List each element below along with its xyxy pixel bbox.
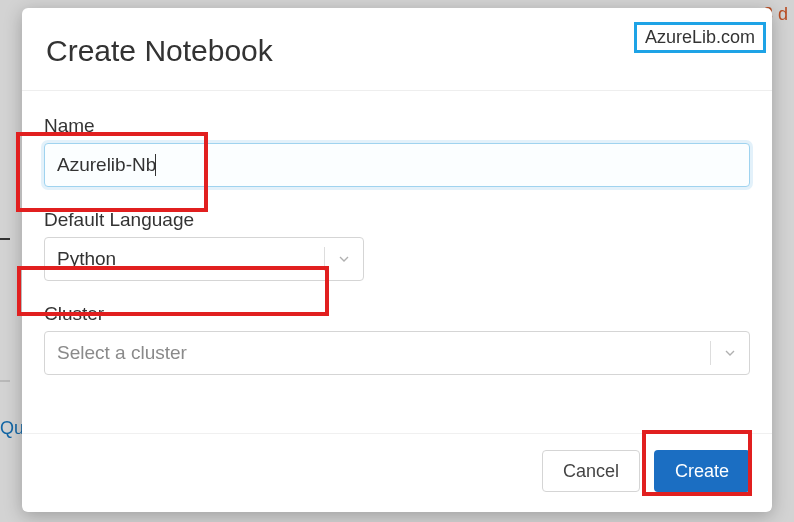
name-input[interactable]: Azurelib-Nb [44, 143, 750, 187]
name-input-value: Azurelib-Nb [57, 154, 156, 176]
bg-separator-light [0, 380, 10, 382]
chevron-down-icon [325, 238, 363, 280]
cancel-button[interactable]: Cancel [542, 450, 640, 492]
language-value: Python [57, 248, 324, 270]
language-label: Default Language [44, 209, 750, 231]
name-group: Name Azurelib-Nb [44, 115, 750, 187]
chevron-down-icon [711, 332, 749, 374]
modal-footer: Cancel Create [22, 433, 772, 512]
modal-body: Name Azurelib-Nb Default Language Python [22, 91, 772, 375]
create-button[interactable]: Create [654, 450, 750, 492]
modal-header: Create Notebook AzureLib.com [22, 8, 772, 91]
cluster-placeholder: Select a cluster [57, 342, 710, 364]
language-select[interactable]: Python [44, 237, 364, 281]
language-group: Default Language Python [44, 209, 750, 281]
bg-fragment-left: Qu [0, 418, 24, 439]
modal-backdrop: Qu 3 d Create Notebook AzureLib.com Name… [0, 0, 794, 522]
name-label: Name [44, 115, 750, 137]
cluster-select[interactable]: Select a cluster [44, 331, 750, 375]
bg-separator [0, 238, 10, 240]
watermark-azurelib: AzureLib.com [634, 22, 766, 53]
create-notebook-modal: Create Notebook AzureLib.com Name Azurel… [22, 8, 772, 512]
cluster-label: Cluster [44, 303, 750, 325]
cluster-group: Cluster Select a cluster [44, 303, 750, 375]
text-caret [155, 154, 156, 176]
